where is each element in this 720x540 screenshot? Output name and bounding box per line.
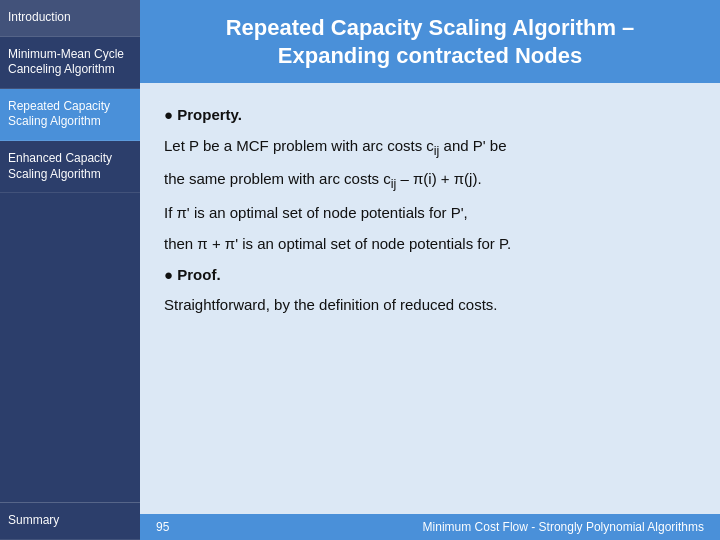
sidebar-item-summary[interactable]: Summary: [0, 502, 140, 540]
course-title: Minimum Cost Flow - Strongly Polynomial …: [423, 520, 704, 534]
sidebar-item-cycle-canceling[interactable]: Minimum-Mean Cycle Canceling Algorithm: [0, 37, 140, 89]
proof-body: Straightforward, by the definition of re…: [164, 293, 696, 318]
sidebar-item-introduction[interactable]: Introduction: [0, 0, 140, 37]
page-number: 95: [156, 520, 169, 534]
property-line3: If π' is an optimal set of node potentia…: [164, 201, 696, 226]
sidebar-item-enhanced-capacity[interactable]: Enhanced Capacity Scaling Algorithm: [0, 141, 140, 193]
main-panel: Repeated Capacity Scaling Algorithm – Ex…: [140, 0, 720, 540]
property-line1: Let P be a MCF problem with arc costs ci…: [164, 134, 696, 162]
main-content: ● Property. Let P be a MCF problem with …: [140, 83, 720, 514]
property-line4: then π + π' is an optimal set of node po…: [164, 232, 696, 257]
property-line2: the same problem with arc costs cij – π(…: [164, 167, 696, 195]
header-subtitle: Expanding contracted Nodes: [160, 42, 700, 70]
property-heading: ● Property.: [164, 103, 696, 128]
main-header: Repeated Capacity Scaling Algorithm – Ex…: [140, 0, 720, 83]
sidebar: Introduction Minimum-Mean Cycle Cancelin…: [0, 0, 140, 540]
header-title: Repeated Capacity Scaling Algorithm –: [160, 14, 700, 42]
main-footer: 95 Minimum Cost Flow - Strongly Polynomi…: [140, 514, 720, 540]
sidebar-item-repeated-capacity[interactable]: Repeated Capacity Scaling Algorithm: [0, 89, 140, 141]
proof-heading: ● Proof.: [164, 263, 696, 288]
